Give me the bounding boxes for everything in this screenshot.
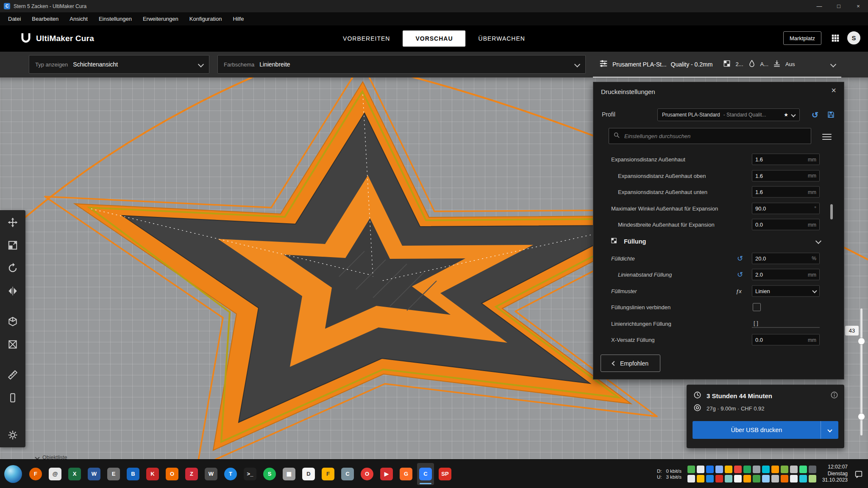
apps-grid-icon[interactable] bbox=[831, 33, 840, 44]
profile-reset-icon[interactable]: ↺ bbox=[812, 110, 818, 120]
tab-überwachen[interactable]: ÜBERWACHEN bbox=[466, 30, 538, 47]
tray-icon[interactable] bbox=[715, 466, 723, 473]
minimize-button[interactable]: — bbox=[810, 0, 829, 12]
support-blocker-tool-icon[interactable] bbox=[6, 337, 20, 352]
setting-dropdown[interactable]: Linien bbox=[752, 285, 820, 297]
color-scheme-dropdown[interactable]: Farbschema Linienbreite bbox=[217, 55, 586, 74]
menu-bearbeiten[interactable]: Bearbeiten bbox=[26, 12, 64, 25]
tray-icon[interactable] bbox=[697, 466, 704, 473]
tray-icon[interactable] bbox=[762, 475, 770, 482]
menu-einstellungen[interactable]: Einstellungen bbox=[93, 12, 137, 25]
print-options-chevron[interactable] bbox=[821, 421, 838, 439]
taskbar-app-gitlab[interactable]: G bbox=[398, 463, 415, 485]
marketplace-button[interactable]: Marktplatz bbox=[783, 31, 821, 45]
calibration-tool-icon[interactable] bbox=[6, 391, 20, 405]
taskbar-app-kicad[interactable]: K bbox=[144, 463, 161, 485]
maximize-button[interactable]: □ bbox=[829, 0, 849, 12]
print-setup-selector[interactable]: Prusament PLA-St... Quality - 0.2mm 2...… bbox=[593, 52, 841, 78]
reset-setting-icon[interactable]: ↺ bbox=[737, 270, 743, 279]
setting-value-field[interactable]: 20.0% bbox=[752, 252, 820, 264]
notification-icon[interactable] bbox=[854, 469, 864, 479]
tray-icon[interactable] bbox=[809, 475, 816, 482]
profile-dropdown[interactable]: Prusament PLA-Standard - Standard Qualit… bbox=[657, 108, 800, 121]
move-tool-icon[interactable] bbox=[6, 215, 20, 230]
settings-section-füllung[interactable]: Füllung bbox=[593, 233, 844, 250]
close-button[interactable]: × bbox=[849, 0, 868, 12]
tray-icon[interactable] bbox=[771, 466, 779, 473]
menu-hilfe[interactable]: Hilfe bbox=[227, 12, 249, 25]
taskbar-app-word[interactable]: W bbox=[86, 463, 103, 485]
taskbar-app-cura[interactable]: C bbox=[417, 463, 434, 485]
avatar[interactable]: S bbox=[847, 31, 860, 44]
taskbar-clock[interactable]: 12:02:07 Dienstag 31.10.2023 bbox=[822, 464, 848, 484]
taskbar-app-orange-app[interactable]: O bbox=[164, 463, 181, 485]
menu-konfiguration[interactable]: Konfiguration bbox=[184, 12, 228, 25]
tray-icon[interactable] bbox=[781, 466, 788, 473]
start-button[interactable] bbox=[4, 465, 22, 483]
menu-erweiterungen[interactable]: Erweiterungen bbox=[137, 12, 184, 25]
print-usb-button[interactable]: Über USB drucken bbox=[693, 421, 838, 439]
tray-icon[interactable] bbox=[715, 475, 723, 482]
tray-icon[interactable] bbox=[743, 475, 751, 482]
menu-ansicht[interactable]: Ansicht bbox=[64, 12, 93, 25]
reset-setting-icon[interactable]: ↺ bbox=[737, 254, 743, 263]
measure-tool-icon[interactable] bbox=[6, 368, 20, 382]
info-icon[interactable] bbox=[830, 391, 838, 401]
mirror-tool-icon[interactable] bbox=[6, 284, 20, 298]
tray-icon[interactable] bbox=[725, 466, 732, 473]
taskbar-app-terminal[interactable]: >_ bbox=[242, 463, 259, 485]
tray-icon[interactable] bbox=[687, 475, 695, 482]
taskbar-app-firefox[interactable]: F bbox=[27, 463, 44, 485]
tray-icon[interactable] bbox=[743, 466, 751, 473]
tray-icon[interactable] bbox=[753, 475, 760, 482]
setting-value-field[interactable]: 0.0mm bbox=[752, 334, 820, 346]
settings-menu-icon[interactable] bbox=[822, 132, 832, 141]
tray-icon[interactable] bbox=[725, 475, 732, 482]
search-input[interactable] bbox=[623, 133, 807, 140]
settings-search[interactable] bbox=[609, 128, 811, 144]
close-icon[interactable]: × bbox=[831, 86, 836, 95]
tray-icon[interactable] bbox=[799, 466, 807, 473]
plugin-tool-icon[interactable] bbox=[6, 428, 20, 442]
tray-icon[interactable] bbox=[762, 466, 770, 473]
layer-slider-top-handle[interactable] bbox=[858, 338, 865, 345]
tab-vorschau[interactable]: VORSCHAU bbox=[403, 30, 465, 47]
layer-slider-bottom-handle[interactable] bbox=[858, 413, 865, 420]
tray-icon[interactable] bbox=[790, 475, 798, 482]
taskbar-app-camera[interactable]: C bbox=[339, 463, 356, 485]
tray-icon[interactable] bbox=[687, 466, 695, 473]
menu-datei[interactable]: Datei bbox=[3, 12, 26, 25]
view-type-dropdown[interactable]: Typ anzeigen Schichtenansicht bbox=[29, 55, 209, 74]
taskbar-app-youtube[interactable]: ▶ bbox=[378, 463, 395, 485]
setting-value-field[interactable]: 2.0mm bbox=[752, 269, 820, 280]
recommended-button[interactable]: Empfohlen bbox=[601, 355, 660, 372]
tray-icon[interactable] bbox=[734, 466, 742, 473]
tray-icon[interactable] bbox=[790, 466, 798, 473]
tray-icon[interactable] bbox=[734, 475, 742, 482]
setting-value-field[interactable]: 0.0mm bbox=[752, 219, 820, 230]
tray-icon[interactable] bbox=[771, 475, 779, 482]
settings-scrollbar[interactable] bbox=[830, 204, 833, 219]
tray-icon[interactable] bbox=[706, 475, 714, 482]
taskbar-app-launcher[interactable]: ▦ bbox=[281, 463, 298, 485]
profile-save-icon[interactable] bbox=[827, 111, 835, 120]
taskbar-app-excel[interactable]: X bbox=[66, 463, 83, 485]
taskbar-app-mail[interactable]: @ bbox=[47, 463, 64, 485]
tab-vorbereiten[interactable]: VORBEREITEN bbox=[330, 30, 403, 47]
taskbar-app-zotero[interactable]: Z bbox=[183, 463, 200, 485]
taskbar-app-spotify[interactable]: S bbox=[261, 463, 278, 485]
tray-icon[interactable] bbox=[799, 475, 807, 482]
setting-value-field[interactable]: 1.6mm bbox=[752, 154, 820, 165]
taskbar-app-wiki[interactable]: W bbox=[203, 463, 220, 485]
tray-icon[interactable] bbox=[781, 475, 788, 482]
tray-icon[interactable] bbox=[706, 466, 714, 473]
taskbar-app-opera[interactable]: O bbox=[359, 463, 376, 485]
taskbar-app-explorer[interactable]: E bbox=[105, 463, 122, 485]
taskbar-app-thunderbird[interactable]: T bbox=[222, 463, 239, 485]
taskbar-app-app-blue[interactable]: B bbox=[125, 463, 142, 485]
layer-value-badge[interactable]: 43 bbox=[845, 326, 859, 336]
setting-text-field[interactable]: [ ] bbox=[752, 319, 820, 327]
tray-icon[interactable] bbox=[753, 466, 760, 473]
scale-tool-icon[interactable] bbox=[6, 238, 20, 252]
taskbar-app-sp-app[interactable]: SP bbox=[437, 463, 453, 485]
